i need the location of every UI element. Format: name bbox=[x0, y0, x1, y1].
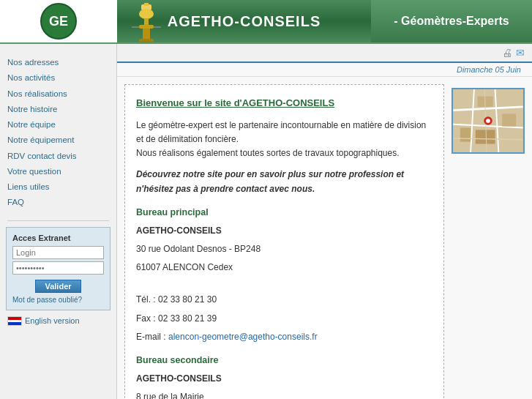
sidebar-nav-item-0[interactable]: Nos adresses bbox=[7, 55, 109, 70]
valider-button[interactable]: Valider bbox=[35, 280, 80, 293]
sidebar-divider bbox=[7, 220, 109, 221]
svg-point-2 bbox=[139, 9, 154, 19]
svg-rect-7 bbox=[143, 29, 150, 40]
print-icon[interactable]: 🖨 bbox=[502, 47, 512, 59]
email-icon[interactable]: ✉ bbox=[516, 47, 525, 59]
svg-rect-4 bbox=[139, 25, 154, 29]
top-bar-icons: 🖨 ✉ bbox=[502, 47, 525, 59]
welcome-title[interactable]: Bienvenue sur le site d'AGETHO-CONSEILS bbox=[136, 96, 432, 111]
instrument-image bbox=[124, 0, 168, 44]
bureau-principal-tel: Tél. : 02 33 80 21 30 bbox=[136, 293, 432, 307]
sidebar-nav-item-6[interactable]: RDV contact devis bbox=[7, 149, 109, 164]
password-input[interactable] bbox=[12, 261, 104, 275]
bureau-principal-address2: 61007 ALENCON Cedex bbox=[136, 261, 432, 275]
date-text: Dimanche 05 Juin bbox=[457, 65, 521, 74]
bureau-principal-company: AGETHO-CONSEILS bbox=[136, 224, 432, 238]
bureau-principal-address1: 30 rue Odolant Desnos - BP248 bbox=[136, 242, 432, 256]
svg-point-21 bbox=[486, 119, 490, 123]
date-bar: Dimanche 05 Juin bbox=[117, 63, 532, 77]
map-thumbnail[interactable] bbox=[452, 88, 525, 154]
intro-text: Le géomètre-expert est le partenaire inc… bbox=[136, 119, 432, 161]
extranet-box: Acces Extranet Valider Mot de passe oubl… bbox=[6, 227, 110, 310]
discover-text: Découvrez notre site pour en savoir plus… bbox=[136, 168, 432, 195]
header: GE AGETHO-CONSEILS - Géomètres-Experts bbox=[0, 0, 532, 44]
svg-rect-16 bbox=[502, 113, 516, 126]
uk-flag-icon bbox=[7, 316, 22, 326]
sidebar-nav-item-2[interactable]: Nos réalisations bbox=[7, 86, 109, 102]
sidebar-nav: Nos adressesNos activitésNos réalisation… bbox=[0, 51, 116, 215]
extranet-title: Acces Extranet bbox=[12, 234, 104, 242]
svg-rect-1 bbox=[144, 3, 149, 6]
sidebar-nav-item-5[interactable]: Notre équipement bbox=[7, 133, 109, 148]
subtitle-text: - Géomètres-Experts bbox=[394, 15, 509, 28]
english-version-link[interactable]: English version bbox=[7, 316, 109, 326]
bureau-principal-fax: Fax : 02 33 80 21 39 bbox=[136, 312, 432, 326]
header-center: AGETHO-CONSEILS bbox=[117, 0, 371, 42]
logo: GE bbox=[40, 3, 77, 40]
bureau-secondaire-company: AGETHO-CONSEILS bbox=[136, 372, 432, 386]
top-bar: 🖨 ✉ bbox=[117, 44, 532, 63]
sidebar-nav-item-1[interactable]: Nos activités bbox=[7, 70, 109, 86]
main-layout: Nos adressesNos activitésNos réalisation… bbox=[0, 44, 532, 399]
sidebar: Nos adressesNos activitésNos réalisation… bbox=[0, 44, 117, 399]
content-box: Bienvenue sur le site d'AGETHO-CONSEILS … bbox=[124, 84, 444, 399]
bureau-secondaire-address1: 8 rue de la Mairie bbox=[136, 390, 432, 399]
header-logo-section: GE bbox=[0, 0, 117, 42]
bureau-principal-title: Bureau principal bbox=[136, 205, 432, 220]
bureau-secondaire-title: Bureau secondaire bbox=[136, 353, 432, 368]
svg-rect-8 bbox=[139, 39, 154, 42]
main-content: Bienvenue sur le site d'AGETHO-CONSEILS … bbox=[117, 77, 532, 399]
company-name-header: AGETHO-CONSEILS bbox=[168, 13, 321, 30]
svg-rect-17 bbox=[476, 130, 495, 143]
svg-rect-3 bbox=[144, 18, 149, 26]
content-area: 🖨 ✉ Dimanche 05 Juin Bienvenue sur le si… bbox=[117, 44, 532, 399]
sidebar-nav-item-3[interactable]: Notre histoire bbox=[7, 102, 109, 117]
sidebar-nav-item-8[interactable]: Liens utiles bbox=[7, 179, 109, 195]
email-label-1: E-mail : bbox=[136, 332, 168, 342]
forgot-password-link[interactable]: Mot de passe oublié? bbox=[12, 296, 104, 304]
svg-rect-15 bbox=[460, 128, 471, 142]
bureau-principal-email-link[interactable]: alencon-geometre@agetho-conseils.fr bbox=[168, 332, 318, 342]
bureau-principal-email-line: E-mail : alencon-geometre@agetho-conseil… bbox=[136, 330, 432, 344]
sidebar-nav-item-9[interactable]: FAQ bbox=[7, 195, 109, 210]
header-subtitle: - Géomètres-Experts bbox=[371, 0, 532, 42]
sidebar-nav-item-4[interactable]: Notre équipe bbox=[7, 117, 109, 133]
logo-text: GE bbox=[49, 14, 68, 29]
login-input[interactable] bbox=[12, 246, 104, 259]
sidebar-nav-item-7[interactable]: Votre question bbox=[7, 164, 109, 179]
english-version-label: English version bbox=[25, 316, 80, 325]
